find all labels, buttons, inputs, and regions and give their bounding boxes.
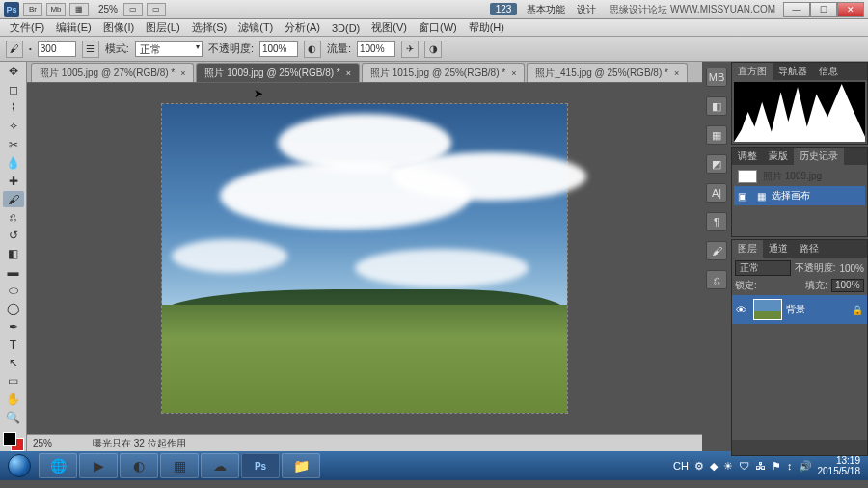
lasso-tool-icon[interactable]: ⌇	[3, 100, 24, 117]
menu-select[interactable]: 选择(S)	[186, 20, 233, 35]
foreground-color-swatch[interactable]	[3, 432, 16, 446]
layer-name[interactable]: 背景	[786, 303, 805, 316]
type-tool-icon[interactable]: T	[3, 337, 24, 353]
task-photoshop-icon[interactable]: Ps	[241, 453, 280, 478]
clock[interactable]: 13:19 2015/5/18	[818, 455, 861, 476]
history-snapshot[interactable]: 照片 1009.jpg	[734, 167, 865, 186]
close-icon[interactable]: ×	[674, 68, 679, 78]
layer-thumbnail[interactable]	[753, 299, 782, 320]
history-brush-source-icon[interactable]: ▣	[738, 191, 751, 202]
tray-icon[interactable]: 🛡	[739, 460, 749, 472]
cslive-badge[interactable]: 123	[490, 3, 518, 15]
pressure-size-icon[interactable]: ◑	[424, 41, 442, 58]
tray-icon[interactable]: ☀	[723, 460, 733, 473]
move-tool-icon[interactable]: ✥	[3, 64, 24, 80]
tool-preset-icon[interactable]: 🖌	[6, 41, 23, 58]
healing-tool-icon[interactable]: ✚	[3, 173, 24, 189]
menu-layer[interactable]: 图层(L)	[140, 20, 185, 35]
clone-panel-icon[interactable]: ⎌	[706, 270, 727, 289]
gradient-tool-icon[interactable]: ▬	[3, 264, 24, 281]
workspace-design[interactable]: 设计	[571, 3, 602, 16]
task-media-icon[interactable]: ▶	[79, 453, 118, 478]
brush-size[interactable]: 300	[38, 41, 76, 57]
tray-icon[interactable]: ◆	[710, 460, 718, 473]
doc-tab-3[interactable]: 照片_415.jpg @ 25%(RGB/8) *×	[527, 63, 688, 82]
eyedropper-tool-icon[interactable]: 💧	[3, 154, 24, 171]
character-panel-icon[interactable]: A|	[706, 183, 727, 203]
tab-layers[interactable]: 图层	[732, 240, 763, 258]
close-icon[interactable]: ×	[180, 68, 185, 78]
brush-panel-icon[interactable]: 🖌	[706, 241, 727, 260]
task-explorer-icon[interactable]: 📁	[282, 453, 320, 478]
dodge-tool-icon[interactable]: ◯	[3, 300, 24, 316]
tray-icon[interactable]: ⚙	[694, 460, 704, 473]
history-step[interactable]: ▣ ▦ 选择画布	[734, 186, 865, 205]
crop-tool-icon[interactable]: ✂	[3, 137, 24, 153]
lock-icon[interactable]: 🔒	[852, 305, 863, 315]
tab-paths[interactable]: 路径	[794, 240, 825, 258]
doc-tab-2[interactable]: 照片 1015.jpg @ 25%(RGB/8) *×	[362, 63, 525, 82]
styles-panel-icon[interactable]: ◩	[706, 154, 727, 174]
tab-navigator[interactable]: 导航器	[773, 63, 813, 80]
visibility-icon[interactable]: 👁	[736, 304, 749, 315]
layer-row[interactable]: 👁 背景 🔒	[732, 295, 867, 324]
bridge-icon[interactable]: Br	[23, 3, 42, 16]
flow-input[interactable]: 100%	[357, 41, 395, 57]
canvas-viewport[interactable]: ➤	[27, 83, 702, 434]
menu-view[interactable]: 视图(V)	[366, 20, 413, 35]
close-icon[interactable]: ×	[346, 68, 351, 78]
tray-icon[interactable]: ⚑	[772, 460, 781, 473]
menu-analysis[interactable]: 分析(A)	[279, 20, 326, 35]
shape-tool-icon[interactable]: ▭	[3, 373, 24, 390]
tab-masks[interactable]: 蒙版	[763, 148, 794, 165]
lang-indicator[interactable]: CH	[673, 460, 689, 472]
brush-panel-icon[interactable]: ☰	[82, 41, 99, 58]
airbrush-icon[interactable]: ✈	[401, 41, 419, 58]
tab-channels[interactable]: 通道	[763, 240, 794, 258]
menu-edit[interactable]: 编辑(E)	[50, 20, 97, 35]
titlebar-zoom[interactable]: 25%	[96, 4, 120, 14]
hand-tool-icon[interactable]: ✋	[3, 392, 24, 408]
task-browser-icon[interactable]: ◐	[120, 453, 158, 478]
brush-tool-icon[interactable]: 🖌	[3, 191, 24, 207]
history-brush-tool-icon[interactable]: ↺	[3, 228, 24, 244]
menu-window[interactable]: 窗口(W)	[413, 20, 463, 35]
tab-adjustments[interactable]: 调整	[732, 148, 763, 165]
document-canvas[interactable]	[162, 104, 567, 413]
doc-tab-1[interactable]: 照片 1009.jpg @ 25%(RGB/8) *×	[196, 63, 359, 82]
volume-icon[interactable]: 🔊	[799, 460, 812, 473]
tab-history[interactable]: 历史记录	[794, 148, 844, 165]
close-button[interactable]: ✕	[837, 2, 864, 17]
menu-help[interactable]: 帮助(H)	[463, 20, 510, 35]
swatches-panel-icon[interactable]: ▦	[706, 125, 727, 145]
eraser-tool-icon[interactable]: ◧	[3, 246, 24, 262]
blur-tool-icon[interactable]: ⬭	[3, 283, 24, 299]
menu-3d[interactable]: 3D(D)	[326, 22, 366, 34]
menu-file[interactable]: 文件(F)	[4, 20, 50, 35]
path-select-tool-icon[interactable]: ↖	[3, 355, 24, 371]
blend-mode-select[interactable]: 正常	[135, 41, 203, 57]
fill-input[interactable]: 100%	[831, 279, 864, 292]
pressure-opacity-icon[interactable]: ◐	[304, 41, 321, 58]
color-swatches[interactable]	[3, 432, 24, 452]
paragraph-panel-icon[interactable]: ¶	[706, 212, 727, 231]
marquee-tool-icon[interactable]: ◻	[3, 82, 24, 98]
task-cloud-icon[interactable]: ☁	[201, 453, 239, 478]
task-app-icon[interactable]: ▦	[160, 453, 199, 478]
maximize-button[interactable]: ☐	[810, 2, 837, 17]
minibridge-icon[interactable]: Mb	[46, 3, 66, 16]
minimize-button[interactable]: —	[783, 2, 810, 17]
minibridge-panel-icon[interactable]: MB	[706, 68, 727, 87]
doc-tab-0[interactable]: 照片 1005.jpg @ 27%(RGB/8) *×	[31, 63, 194, 82]
menu-filter[interactable]: 滤镜(T)	[232, 20, 279, 35]
close-icon[interactable]: ×	[511, 68, 516, 78]
opacity-input[interactable]: 100%	[259, 41, 298, 57]
zoom-tool-icon[interactable]: 🔍	[3, 410, 24, 426]
stamp-tool-icon[interactable]: ⎌	[3, 209, 24, 226]
menu-image[interactable]: 图像(I)	[97, 20, 140, 35]
workspace-essentials[interactable]: 基本功能	[521, 3, 571, 16]
pen-tool-icon[interactable]: ✒	[3, 318, 24, 335]
status-zoom[interactable]: 25%	[33, 438, 81, 448]
color-panel-icon[interactable]: ◧	[706, 96, 727, 116]
tb-extras-icon[interactable]: ▦	[69, 3, 89, 16]
